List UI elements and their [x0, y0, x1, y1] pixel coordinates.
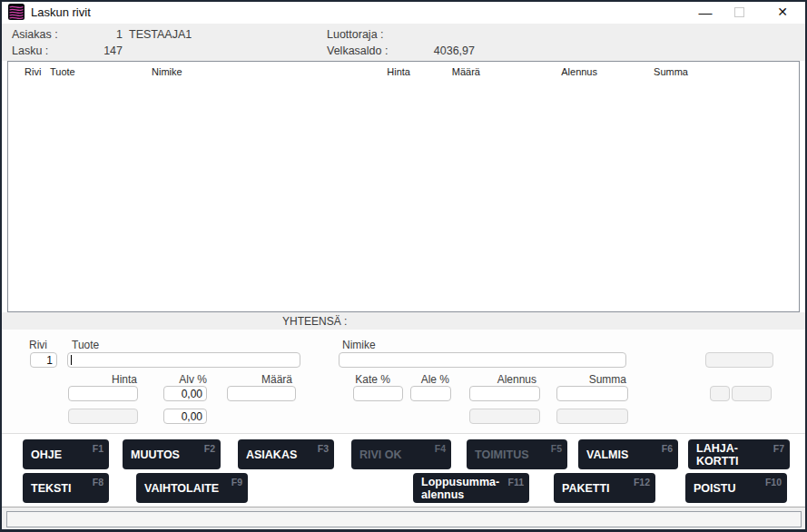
loppusumma-alennus-button[interactable]: Loppusumma-alennusF11 — [413, 473, 529, 503]
col-summa: Summa — [634, 66, 688, 77]
function-button-panel: OHJEF1 MUUTOSF2 ASIAKASF3 RIVI OKF4 TOIM… — [0, 434, 807, 507]
title-bar: Laskun rivit — ✕ — [0, 0, 807, 25]
nimike-field[interactable] — [339, 352, 626, 368]
maara-field[interactable] — [227, 386, 296, 401]
kate-field[interactable] — [353, 386, 403, 401]
invoice-rows-table[interactable]: Rivi Tuote Nimike Hinta Määrä Alennus Su… — [7, 61, 800, 312]
hinta-field[interactable] — [68, 386, 138, 401]
ale-label: Ale % — [395, 373, 449, 386]
maara-label: Määrä — [238, 373, 292, 386]
col-alennus: Alennus — [543, 66, 597, 77]
col-hinta: Hinta — [356, 66, 410, 77]
asiakas-button[interactable]: ASIAKASF3 — [238, 439, 334, 469]
yhteensa-label: YHTEENSÄ : — [282, 315, 347, 328]
tuote-field[interactable] — [67, 352, 300, 368]
fkey-label: F8 — [93, 476, 103, 488]
minimize-button[interactable]: — — [692, 0, 719, 25]
extra-field-3 — [732, 386, 772, 401]
teksti-button[interactable]: TEKSTIF8 — [23, 473, 109, 503]
muutos-button[interactable]: MUUTOSF2 — [123, 439, 221, 469]
col-nimike: Nimike — [152, 66, 182, 77]
alv-label: Alv % — [153, 373, 207, 386]
paketti-button[interactable]: PAKETTIF12 — [554, 473, 655, 503]
col-maara: Määrä — [426, 66, 480, 77]
hinta-field-2 — [68, 409, 138, 424]
alv-field-2[interactable] — [163, 409, 207, 424]
rivi-field[interactable] — [30, 352, 57, 368]
alv-field[interactable] — [163, 386, 207, 401]
totals-bar: YHTEENSÄ : — [0, 312, 807, 330]
fkey-label: F12 — [634, 476, 650, 488]
fkey-label: F6 — [662, 442, 673, 455]
col-tuote: Tuote — [50, 66, 75, 77]
invoice-header: Asiakas : 1 TESTAAJA1 Lasku : 147 Luotto… — [0, 24, 807, 61]
fkey-label: F9 — [231, 476, 242, 488]
velkasaldo-label: Velkasaldo : — [327, 44, 388, 57]
asiakas-label: Asiakas : — [12, 28, 58, 41]
lasku-label: Lasku : — [12, 44, 48, 57]
toimitus-button[interactable]: TOIMITUSF5 — [467, 439, 567, 469]
tuote-label: Tuote — [72, 339, 99, 351]
laskun-rivit-window: Laskun rivit — ✕ Asiakas : 1 TESTAAJA1 L… — [0, 0, 807, 532]
ohje-button[interactable]: OHJEF1 — [23, 439, 109, 469]
fkey-label: F1 — [93, 442, 103, 455]
col-rivi: Rivi — [25, 66, 41, 77]
extra-field-1 — [705, 352, 773, 368]
alennus-field[interactable] — [469, 386, 540, 401]
alennus-field-2 — [469, 409, 540, 424]
nimike-label: Nimike — [342, 339, 376, 351]
status-bar — [0, 507, 807, 532]
rivi-label: Rivi — [29, 339, 47, 351]
velkasaldo-value: 4036,97 — [399, 44, 475, 57]
asiakas-number: 1 — [86, 28, 123, 41]
row-entry-form: Rivi Tuote Nimike Hinta Alv % Määrä Kate… — [0, 330, 807, 433]
fkey-label: F2 — [204, 442, 215, 455]
maximize-icon — [734, 7, 744, 17]
fkey-label: F11 — [507, 476, 524, 488]
lasku-number: 147 — [86, 44, 123, 57]
hinta-label: Hinta — [83, 373, 137, 386]
fkey-label: F10 — [765, 476, 782, 488]
summa-label: Summa — [572, 373, 626, 386]
status-message-field — [6, 511, 802, 527]
text-caret — [71, 355, 72, 365]
fkey-label: F5 — [551, 442, 562, 455]
close-button[interactable]: ✕ — [769, 0, 796, 25]
kate-label: Kate % — [336, 373, 390, 386]
app-logo-icon — [8, 4, 25, 20]
fkey-label: F3 — [318, 442, 329, 455]
maximize-button — [725, 0, 753, 25]
poistu-button[interactable]: POISTUF10 — [685, 473, 787, 503]
window-title: Laskun rivit — [31, 5, 91, 19]
valmis-button[interactable]: VALMISF6 — [578, 439, 678, 469]
summa-field[interactable] — [556, 386, 628, 401]
asiakas-name: TESTAAJA1 — [129, 28, 192, 41]
fkey-label: F4 — [435, 442, 446, 455]
vaihtolaite-button[interactable]: VAIHTOLAITEF9 — [136, 473, 248, 503]
extra-field-2 — [710, 386, 730, 401]
luottoraja-label: Luottoraja : — [327, 28, 384, 41]
ale-field[interactable] — [410, 386, 451, 401]
fkey-label: F7 — [773, 442, 784, 455]
summa-field-2 — [556, 409, 628, 424]
lahjakortti-button[interactable]: LAHJA-KORTTIF7 — [688, 439, 790, 469]
alennus-label: Alennus — [482, 373, 536, 386]
rivi-ok-button[interactable]: RIVI OKF4 — [351, 439, 451, 469]
